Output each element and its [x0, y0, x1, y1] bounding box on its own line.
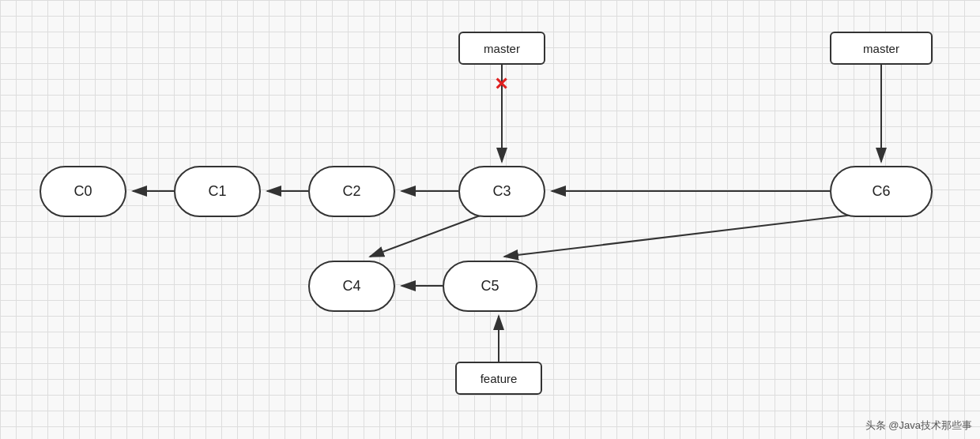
node-c3: C3: [458, 166, 545, 217]
label-feature: feature: [455, 362, 542, 395]
node-c2: C2: [308, 166, 395, 217]
node-c4: C4: [308, 261, 395, 312]
label-master-right: master: [830, 32, 933, 65]
svg-line-9: [504, 215, 854, 257]
svg-line-7: [370, 215, 482, 257]
watermark: 头条 @Java技术那些事: [865, 418, 972, 433]
node-c0: C0: [40, 166, 126, 217]
node-c6: C6: [830, 166, 933, 217]
red-x-icon: ✕: [494, 76, 508, 93]
node-c1: C1: [174, 166, 261, 217]
label-master-left: master: [458, 32, 545, 65]
node-c5: C5: [443, 261, 537, 312]
diagram-container: C0 C1 C2 C3 C4 C5 C6 master master featu…: [0, 0, 980, 439]
